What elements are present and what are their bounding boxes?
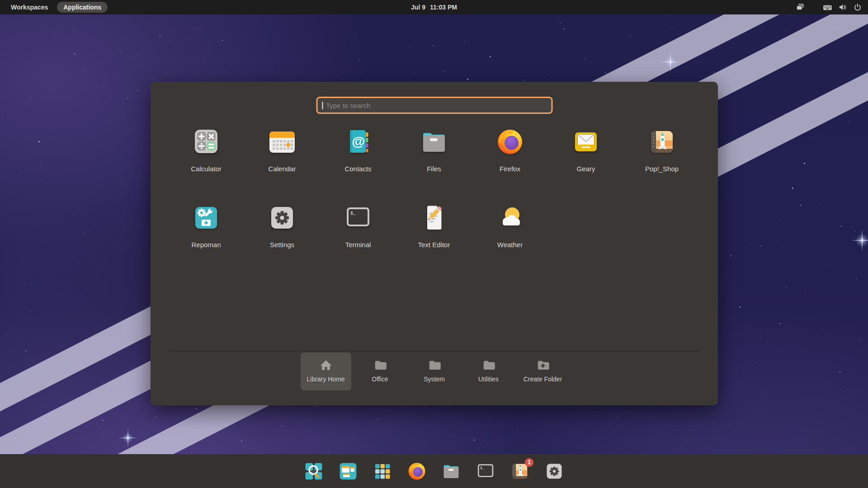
app-text-editor[interactable]: Text Editor [396, 197, 472, 272]
workspaces-icon [338, 461, 358, 481]
clock-date: Jul 9 [411, 4, 425, 11]
calculator-icon [192, 127, 221, 156]
keyboard-icon[interactable] [823, 3, 832, 12]
top-bar: Workspaces Applications Jul 911:03 PM [0, 0, 868, 14]
house-icon [319, 358, 333, 372]
texteditor-icon [420, 203, 448, 232]
category-bar: Library Home Office System Utilities Cre… [151, 352, 718, 390]
clock-time: 11:03 PM [430, 4, 457, 11]
terminal-icon [476, 461, 495, 481]
app-files[interactable]: Files [396, 121, 472, 197]
notification-badge: 1 [525, 458, 533, 467]
app-label: Firefox [500, 165, 520, 173]
app-weather[interactable]: Weather [472, 197, 548, 272]
dock: 1 [0, 454, 868, 488]
category-create-folder[interactable]: Create Folder [518, 352, 568, 390]
app-geary[interactable]: Geary [548, 121, 624, 197]
power-icon[interactable] [853, 3, 862, 12]
files-icon [441, 461, 461, 481]
app-label: Calendar [269, 165, 296, 173]
dock-terminal[interactable] [476, 461, 495, 481]
app-label: Calculator [191, 165, 222, 173]
launcher-icon [304, 461, 324, 481]
repoman-icon [192, 203, 221, 232]
folder-icon [428, 358, 441, 372]
folder-icon [482, 358, 495, 372]
category-system[interactable]: System [409, 352, 460, 390]
geary-icon [571, 127, 600, 156]
category-label: Library Home [307, 375, 344, 383]
applications-menu[interactable]: Applications [57, 2, 108, 13]
dock-settings[interactable] [544, 461, 564, 481]
category-label: System [424, 375, 445, 383]
folderplus-icon [536, 358, 550, 372]
app-calendar[interactable]: Calendar [244, 121, 320, 197]
category-library-home[interactable]: Library Home [301, 352, 351, 390]
volume-icon[interactable] [838, 3, 847, 12]
system-tray [795, 2, 868, 12]
dock-firefox[interactable] [407, 461, 427, 481]
app-label: Contacts [344, 165, 371, 173]
category-label: Utilities [478, 375, 499, 383]
app-repoman[interactable]: Repoman [168, 197, 244, 272]
folder-icon [373, 358, 387, 372]
app-firefox[interactable]: Firefox [472, 121, 548, 197]
dock-items: 1 [304, 461, 564, 481]
dock-workspaces[interactable] [338, 461, 358, 481]
app-terminal[interactable]: Terminal [320, 197, 396, 272]
dock-launcher[interactable] [304, 461, 324, 481]
app-label: Pop!_Shop [645, 165, 679, 173]
bright-star [122, 432, 134, 444]
app-label: Text Editor [418, 241, 450, 249]
dock-pop-shop[interactable]: 1 [510, 461, 530, 481]
category-utilities[interactable]: Utilities [463, 352, 514, 390]
displays-icon[interactable] [795, 2, 805, 12]
dock-applications[interactable] [373, 461, 392, 481]
category-label: Create Folder [524, 375, 562, 383]
app-label: Terminal [345, 241, 371, 249]
app-label: Geary [577, 165, 595, 173]
firefox-icon [407, 461, 427, 481]
bright-star [854, 233, 868, 248]
dock-files[interactable] [441, 461, 461, 481]
popshop-icon [647, 127, 676, 156]
app-contacts[interactable]: Contacts [320, 121, 396, 197]
app-label: Settings [270, 241, 294, 249]
category-office[interactable]: Office [355, 352, 406, 390]
divider [169, 351, 700, 351]
calendar-icon [268, 127, 297, 156]
app-pop-shop[interactable]: Pop!_Shop [624, 121, 700, 197]
app-label: Files [427, 165, 441, 173]
app-settings[interactable]: Settings [244, 197, 320, 272]
app-label: Repoman [191, 241, 221, 249]
text-caret [322, 102, 323, 109]
app-calculator[interactable]: Calculator [168, 121, 244, 197]
app-label: Weather [497, 241, 523, 249]
workspaces-menu[interactable]: Workspaces [7, 2, 52, 13]
weather-icon [495, 203, 524, 232]
app-launcher-panel: Type to search Calculator Calendar Conta… [151, 82, 718, 405]
firefox-icon [495, 127, 524, 156]
search-placeholder: Type to search [326, 102, 370, 109]
category-label: Office [372, 375, 388, 383]
contacts-icon [344, 127, 373, 156]
files-icon [420, 127, 448, 156]
bright-star [664, 55, 677, 69]
search-input[interactable]: Type to search [316, 97, 552, 114]
clock[interactable]: Jul 911:03 PM [0, 4, 868, 11]
settings-icon [268, 203, 297, 232]
app-grid: Calculator Calendar Contacts Files Firef… [168, 121, 700, 272]
desktop: Workspaces Applications Jul 911:03 PM Ty… [0, 0, 868, 488]
terminal-icon [344, 203, 373, 232]
settings-icon [544, 461, 564, 481]
appgrid-icon [373, 461, 392, 481]
